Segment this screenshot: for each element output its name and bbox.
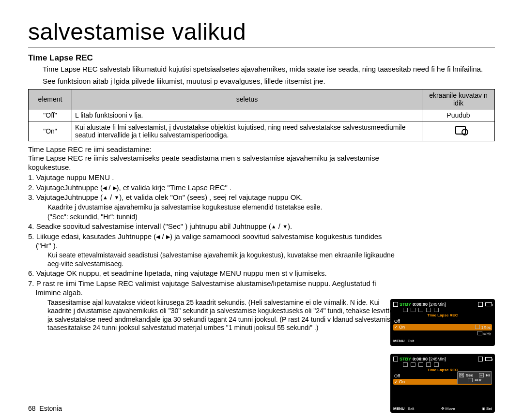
time-label: 0:00:00	[413, 302, 428, 307]
step-3: 3. VajutageJuhtnuppe (▲ / ▼), et valida …	[28, 193, 399, 202]
intro-text-1: Time Lapse REC salvestab liikumatuid kuj…	[43, 65, 495, 74]
remain-label: [245Min]	[429, 302, 446, 307]
card-icon	[478, 302, 483, 307]
intro-text-2: See funktsioon aitab j lgida pilvede lii…	[43, 77, 495, 86]
option-hr: ∞Hr	[393, 330, 492, 337]
triangle-left-icon: ◀	[103, 185, 107, 191]
stby-label: STBY	[400, 357, 411, 361]
mode-icon	[393, 357, 398, 361]
check-icon: ✓	[394, 325, 398, 330]
td-on-ind	[422, 121, 495, 141]
menu-set: ◉ Set	[482, 406, 492, 411]
page-title: salvestamise valikud	[28, 18, 495, 47]
icon-bar	[403, 362, 492, 367]
time-label: 0:00:00	[413, 357, 428, 361]
icon-bar	[403, 308, 492, 312]
check-icon: ✓	[394, 379, 398, 384]
td-off-desc: L litab funktsiooni v lja.	[72, 109, 422, 121]
step-3-note-a: Kaadrite j dvustamise ajavahemiku ja sal…	[28, 203, 399, 212]
triangle-down-icon: ▼	[114, 195, 119, 200]
timelapse-icon	[455, 126, 466, 135]
th-indicator: ekraanile kuvatav n idik	[422, 89, 495, 109]
triangle-left-icon: ◀	[156, 234, 160, 240]
triangle-right-icon: ▶	[166, 234, 170, 240]
options-table: element seletus ekraanile kuvatav n idik…	[28, 89, 495, 141]
th-desc: seletus	[72, 89, 422, 109]
triangle-right-icon: ▶	[113, 185, 117, 191]
setup-title: Time Lapse REC re iimi seadistamine:	[28, 145, 399, 154]
th-element: element	[29, 89, 72, 109]
card-icon	[478, 357, 483, 361]
menu-exit: MENU Exit	[393, 339, 414, 343]
page-footer: 68_Estonia	[28, 405, 62, 412]
remain-label: [245Min]	[429, 357, 446, 361]
battery-icon	[485, 357, 492, 361]
step-5: 5. Liikuge edasi, kasutades Juhtnuppe (◀…	[28, 232, 399, 251]
step-1: 1. Vajutage nuppu MENU .	[28, 173, 399, 182]
stby-label: STBY	[400, 302, 411, 307]
menu-exit: MENU Exit	[393, 406, 414, 411]
section-heading: Time Lapse REC	[28, 53, 495, 63]
lcd-preview-1: STBY 0:00:00 [245Min] Time Lapse REC Off…	[390, 299, 495, 346]
step-3-note-b: ("Sec": sekundid, "Hr": tunnid)	[28, 213, 399, 222]
td-off-ind: Puudub	[422, 109, 495, 121]
step-6: 6. Vajutage OK nuppu, et seadmine lıpeta…	[28, 269, 399, 278]
sec-icon	[475, 325, 480, 329]
triangle-up-icon: ▲	[271, 224, 277, 229]
hr-box: ∞	[479, 373, 484, 377]
setup-intro: Time Lapse REC re iimis salvestamiseks p…	[28, 154, 399, 172]
step-5-note: Kui seate ettevalmistavaid seadistusi (s…	[28, 251, 399, 268]
step-7: 7. P rast re iimi Time Lapse REC valimis…	[28, 279, 399, 298]
option-off: Off	[393, 318, 492, 324]
triangle-down-icon: ▼	[282, 224, 288, 229]
sec-box: 01	[459, 373, 464, 377]
lcd-preview-2: STBY 0:00:00 [245Min] Time Lapse REC Off…	[390, 354, 495, 413]
td-on-label: "On"	[29, 121, 72, 141]
sec-hr-panel: 01Sec ∞Hr ∞Hr	[457, 371, 492, 384]
step-4: 4. Seadke soovitud salvestamise interval…	[28, 222, 399, 231]
menu-title: Time Lapse REC	[393, 313, 492, 317]
res-icon	[468, 378, 473, 382]
lcd-preview-column: STBY 0:00:00 [245Min] Time Lapse REC Off…	[390, 299, 495, 420]
hr-icon	[477, 331, 482, 335]
td-off-label: "Off"	[29, 109, 72, 121]
td-on-desc: Kui alustate ﬁ lmi salvestamist, j dvust…	[72, 121, 422, 141]
option-on-selected: ✓On 1Sec	[393, 324, 492, 330]
step-2: 2. VajutageJuhtnuppe (◀ / ▶), et valida …	[28, 183, 399, 193]
triangle-up-icon: ▲	[103, 195, 108, 200]
mode-icon	[393, 302, 398, 307]
steps-list: 1. Vajutage nuppu MENU . 2. VajutageJuht…	[28, 173, 399, 332]
menu-move: ✥ Move	[441, 406, 455, 411]
step-7-note: Taasesitamise ajal kuvatakse videot kiir…	[28, 299, 399, 332]
battery-icon	[485, 302, 492, 306]
